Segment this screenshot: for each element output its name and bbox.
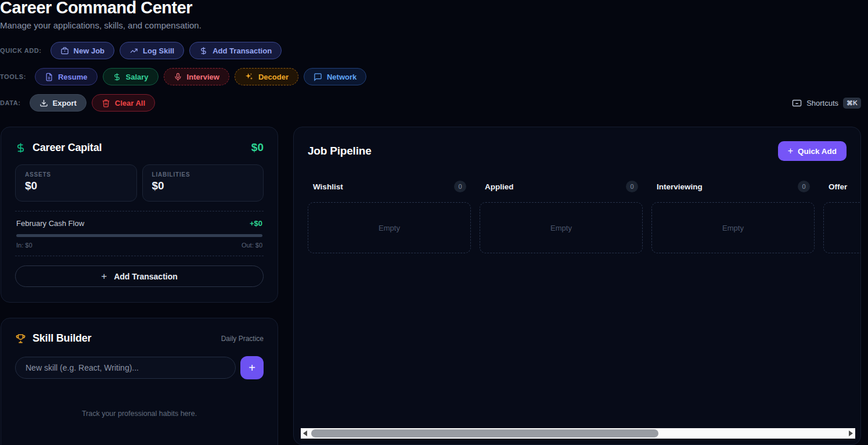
clear-all-button[interactable]: Clear All: [92, 94, 155, 112]
new-job-label: New Job: [74, 46, 105, 55]
skill-empty-state: Track your professional habits here.: [15, 410, 264, 418]
job-pipeline-title: Job Pipeline: [308, 145, 372, 157]
shortcut-key-badge: ⌘K: [843, 98, 861, 109]
quick-add-row: QUICK ADD: New Job Log Skill Add Transac…: [0, 42, 282, 59]
new-job-button[interactable]: New Job: [51, 42, 114, 59]
page-subtitle: Manage your applications, skills, and co…: [0, 20, 201, 30]
scroll-left-arrow[interactable]: [301, 428, 309, 439]
skill-builder-card: Skill Builder Daily Practice + Track you…: [1, 318, 278, 445]
liabilities-value: $0: [152, 180, 254, 192]
assets-label: ASSETS: [25, 171, 127, 178]
pipeline-column-applied: Applied 0 Empty: [480, 181, 643, 253]
cashflow-value: +$0: [250, 219, 262, 228]
network-tool-button[interactable]: Network: [304, 68, 366, 85]
pipeline-columns: Wishlist 0 Empty Applied 0 Empty Intervi: [308, 181, 861, 253]
quick-add-button[interactable]: + Quick Add: [778, 141, 847, 161]
empty-drop-zone[interactable]: Empty: [480, 202, 643, 253]
plus-icon: +: [248, 361, 255, 375]
sparkles-icon: [244, 72, 254, 81]
data-row: DATA: Export Clear All Shortcuts ⌘K: [0, 94, 861, 112]
pipeline-column-offer: Offer 0 Empty: [823, 181, 861, 253]
cashflow-progress-bar: [16, 234, 262, 237]
new-skill-input[interactable]: [15, 357, 236, 379]
empty-drop-zone[interactable]: Empty: [651, 202, 815, 253]
decoder-tool-label: Decoder: [258, 73, 289, 81]
network-tool-label: Network: [327, 73, 356, 81]
microphone-icon: [174, 73, 182, 81]
column-title: Interviewing: [657, 182, 703, 191]
add-transaction-label: Add Transaction: [114, 272, 178, 281]
assets-box: ASSETS $0: [15, 164, 137, 202]
empty-label: Empty: [379, 224, 400, 232]
quick-add-label: QUICK ADD:: [0, 47, 42, 54]
decoder-tool-button[interactable]: Decoder: [235, 68, 298, 85]
clear-all-label: Clear All: [115, 99, 145, 107]
resume-tool-label: Resume: [58, 73, 88, 81]
resume-tool-button[interactable]: Resume: [35, 68, 98, 85]
assets-value: $0: [25, 180, 127, 192]
salary-tool-button[interactable]: Salary: [103, 68, 159, 85]
career-capital-header: Career Capital $0: [15, 141, 264, 154]
skill-builder-title: Skill Builder: [33, 332, 91, 344]
quick-add-label: Quick Add: [798, 147, 837, 156]
add-transaction-quick-button[interactable]: Add Transaction: [189, 42, 282, 59]
dollar-icon: [113, 73, 121, 81]
interview-tool-button[interactable]: Interview: [164, 68, 229, 85]
skill-input-row: +: [15, 356, 264, 379]
document-icon: [45, 73, 53, 81]
career-capital-title: Career Capital: [33, 142, 102, 154]
download-icon: [39, 99, 48, 107]
column-title: Wishlist: [313, 182, 343, 191]
add-transaction-button[interactable]: + Add Transaction: [15, 265, 264, 287]
liabilities-label: LIABILITIES: [152, 171, 254, 178]
trend-up-icon: [129, 46, 138, 55]
column-count-badge: 0: [454, 181, 466, 192]
capital-stats: ASSETS $0 LIABILITIES $0: [15, 164, 264, 202]
horizontal-scrollbar[interactable]: [301, 428, 855, 439]
log-skill-label: Log Skill: [143, 46, 174, 55]
empty-drop-zone[interactable]: Empty: [308, 202, 471, 253]
career-capital-card: Career Capital $0 ASSETS $0 LIABILITIES …: [1, 127, 278, 303]
cashflow-out: Out: $0: [242, 242, 262, 249]
dollar-icon: [15, 142, 26, 153]
job-pipeline-header: Job Pipeline + Quick Add: [308, 141, 847, 161]
scrollbar-track[interactable]: [309, 428, 847, 439]
empty-label: Empty: [550, 224, 572, 232]
salary-tool-label: Salary: [126, 73, 149, 81]
skill-builder-header: Skill Builder Daily Practice: [15, 332, 264, 344]
briefcase-icon: [60, 46, 69, 55]
empty-drop-zone[interactable]: Empty: [823, 202, 861, 253]
add-transaction-quick-label: Add Transaction: [213, 46, 272, 55]
career-command-center-page: Career Command Center Manage your applic…: [0, 0, 868, 445]
shortcuts-label: Shortcuts: [806, 99, 838, 107]
scroll-right-arrow[interactable]: [847, 428, 855, 439]
trophy-icon: [15, 333, 26, 344]
column-title: Applied: [485, 182, 514, 191]
cashflow-section: February Cash Flow +$0 In: $0 Out: $0: [15, 211, 264, 256]
column-count-badge: 0: [798, 181, 810, 192]
net-worth-value: $0: [251, 141, 264, 154]
tools-row: TOOLS: Resume Salary Interview Decoder: [0, 68, 366, 85]
cashflow-label: February Cash Flow: [16, 219, 84, 228]
data-label: DATA:: [0, 99, 21, 106]
add-skill-button[interactable]: +: [240, 356, 264, 379]
export-label: Export: [53, 99, 77, 107]
scrollbar-thumb[interactable]: [311, 429, 658, 437]
page-title: Career Command Center: [0, 0, 192, 17]
plus-icon: +: [101, 271, 107, 282]
interview-tool-label: Interview: [187, 73, 219, 81]
log-skill-button[interactable]: Log Skill: [120, 42, 184, 59]
daily-practice-badge: Daily Practice: [221, 335, 264, 343]
job-pipeline-card: Job Pipeline + Quick Add Wishlist 0 Empt…: [293, 127, 861, 445]
column-title: Offer: [829, 182, 847, 191]
tools-label: TOOLS:: [0, 73, 26, 80]
dollar-icon: [199, 46, 208, 55]
shortcuts-hint[interactable]: Shortcuts ⌘K: [792, 98, 861, 109]
export-button[interactable]: Export: [30, 94, 87, 112]
empty-label: Empty: [722, 224, 744, 232]
cashflow-in: In: $0: [16, 242, 33, 249]
chat-icon: [314, 73, 322, 81]
pipeline-column-interviewing: Interviewing 0 Empty: [651, 181, 815, 253]
column-count-badge: 0: [626, 181, 638, 192]
keyboard-icon: [792, 98, 802, 108]
